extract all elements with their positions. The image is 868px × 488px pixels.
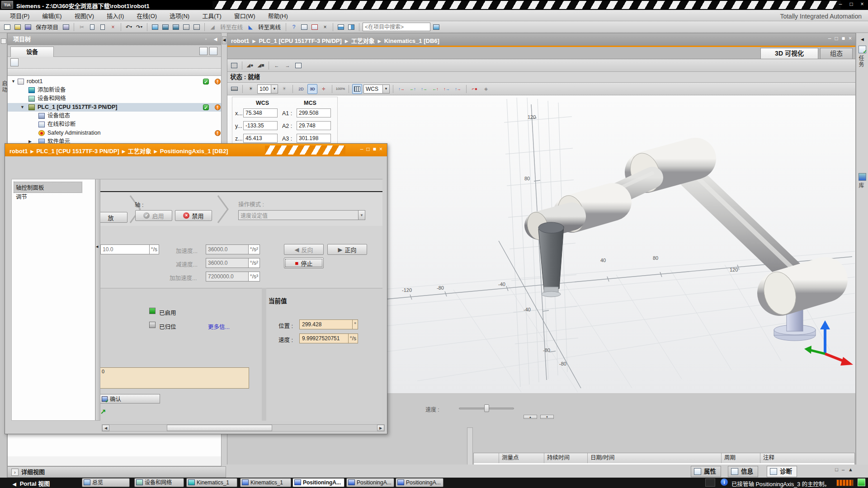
mcs-a3-field[interactable]: 301.198 — [297, 134, 331, 143]
paste-icon[interactable] — [98, 23, 107, 32]
zoom-combo[interactable]: 100▼ — [257, 84, 278, 94]
brightness-icon[interactable]: ☀ — [246, 84, 256, 94]
menu-online[interactable]: 在线(O) — [131, 10, 162, 21]
minimize-button[interactable]: – — [836, 1, 844, 7]
axis-maximize-icon[interactable]: ■ — [373, 146, 376, 152]
menu-options[interactable]: 选项(N) — [164, 10, 195, 21]
view-2d-icon[interactable]: 2D — [296, 84, 306, 94]
record-stop-icon[interactable]: ◢■ — [256, 61, 266, 70]
print-icon[interactable] — [61, 23, 71, 32]
tree-view-table-icon[interactable] — [199, 47, 208, 55]
speed-slider-thumb[interactable] — [484, 404, 489, 412]
stop-button[interactable]: ■停止 — [284, 258, 324, 268]
mcs-a2-field[interactable]: 29.748 — [297, 121, 331, 130]
window-titlebar[interactable]: TIA Siemens - Z:\D\360安全浏览器下载\robot1\rob… — [0, 0, 868, 10]
menu-tools[interactable]: 工具(T) — [197, 10, 227, 21]
crumb-project[interactable]: robot1 — [231, 38, 249, 44]
tree-view-list-icon[interactable] — [209, 47, 217, 55]
camera-icon[interactable] — [229, 84, 239, 94]
tab-libraries[interactable]: 库 — [857, 172, 868, 189]
taskbar-positioning-axis-1[interactable]: PositioningA... — [292, 478, 344, 487]
menu-edit[interactable]: 编辑(E) — [37, 10, 67, 21]
forward-button[interactable]: ▶正向 — [327, 244, 367, 255]
tab-devices[interactable]: 设备 — [10, 47, 54, 57]
view-xz-icon[interactable]: ←↑ — [408, 84, 418, 94]
col-datetime[interactable]: 日期/时间 — [588, 453, 722, 463]
splitter-down-icon[interactable]: ▼ — [540, 415, 554, 419]
tree-collapse-icon[interactable]: ◀ — [212, 35, 219, 43]
crumb-kinematics[interactable]: Kinematics_1 [DB6] — [384, 38, 439, 44]
velocity-input[interactable]: 10.0°/s — [100, 244, 159, 254]
view-yz-icon[interactable]: ←↑ — [430, 84, 440, 94]
export-trace-icon[interactable] — [293, 61, 303, 70]
tab-3d-visualization[interactable]: 3D 可视化 — [760, 48, 818, 59]
enable-button[interactable]: ✓启用 — [135, 210, 172, 221]
acknowledge-button[interactable]: 确认 — [100, 394, 160, 404]
col-duration[interactable]: 持续时间 — [544, 453, 588, 463]
undo-icon[interactable]: ↶▾ — [124, 23, 133, 32]
crumb-tech-objects[interactable]: 工艺对象 — [351, 38, 375, 44]
more-info-link[interactable]: 更多信... — [208, 322, 230, 331]
view-zy-icon[interactable]: ↑→ — [419, 84, 429, 94]
menu-project[interactable]: 项目(P) — [5, 10, 35, 21]
window-split-icon[interactable] — [300, 23, 309, 32]
tree-row-safety-admin[interactable]: Safety Administration ! — [8, 129, 221, 137]
axis-nav-splitter[interactable]: ◀ — [95, 179, 100, 421]
step-forward-icon[interactable]: → — [283, 61, 292, 70]
axis-window-titlebar[interactable]: robot1▶PLC_1 [CPU 1517TF-3 PN/DP]▶工艺对象▶P… — [5, 144, 387, 156]
tree-pin-icon[interactable]: ▫ — [202, 35, 210, 43]
redo-icon[interactable]: ↷▾ — [135, 23, 144, 32]
wcs-x-field[interactable]: 75.348 — [243, 108, 278, 117]
start-cpu-icon[interactable] — [182, 23, 191, 32]
crumb-plc[interactable]: PLC_1 [CPU 1517TF-3 PN/DP] — [36, 148, 119, 155]
operating-mode-select[interactable]: 速度设定值 ▼ — [238, 210, 365, 220]
axis-control-window[interactable]: robot1▶PLC_1 [CPU 1517TF-3 PN/DP]▶工艺对象▶P… — [5, 143, 387, 434]
upload-icon[interactable] — [171, 23, 180, 32]
scroll-thumb[interactable] — [167, 425, 272, 431]
editor-maximize-icon[interactable]: ■ — [842, 35, 845, 42]
axis-hscrollbar[interactable]: ◀ ▶ — [102, 424, 385, 432]
acceleration-input[interactable]: 36000.0°/s² — [206, 244, 260, 254]
tree-row-device-config[interactable]: 设备组态 — [8, 112, 221, 120]
split-vertical-icon[interactable] — [347, 23, 356, 32]
go-online-button[interactable]: 转至在线 — [218, 23, 245, 31]
expander-icon[interactable]: ▼ — [20, 103, 24, 112]
tree-row-plc1[interactable]: ▼ PLC_1 [CPU 1517TF-3 PN/DP] ✓ ! — [8, 103, 221, 112]
window-split2-icon[interactable] — [310, 23, 319, 32]
tree-row-online-diagnostics[interactable]: 在线和诊断 — [8, 120, 221, 129]
maximize-button[interactable]: □ — [847, 1, 855, 7]
taskbar-positioning-axis-2[interactable]: PositioningA... — [346, 478, 394, 487]
portal-view-button[interactable]: ◀Portal 视图 — [13, 479, 50, 488]
taskbar-kinematics-3d[interactable]: Kinematics_1 — [186, 478, 237, 487]
nav-collapse-icon[interactable]: ◀ — [96, 245, 98, 249]
menu-help[interactable]: 帮助(H) — [263, 10, 293, 21]
col-comment[interactable]: 注释 — [760, 453, 854, 463]
project-search-input[interactable] — [363, 23, 430, 31]
record-point-icon[interactable]: ◢● — [245, 61, 255, 70]
delete-icon[interactable]: × — [108, 23, 118, 32]
coordinate-system-combo[interactable]: WCS▼ — [363, 84, 390, 94]
diagnostics-icon[interactable]: ? — [289, 23, 298, 32]
status-doc-icon[interactable] — [705, 479, 715, 487]
scroll-right-icon[interactable]: ▶ — [377, 425, 384, 431]
crumb-project[interactable]: robot1 — [9, 148, 28, 155]
remove-split-icon[interactable]: × — [321, 23, 330, 32]
menu-window[interactable]: 窗口(W) — [229, 10, 261, 21]
tab-tasks[interactable]: ✓ 任务 — [857, 45, 868, 68]
open-project-icon[interactable] — [13, 23, 22, 32]
close-button[interactable]: × — [858, 1, 866, 7]
tree-row-robot1[interactable]: ▼ robot1 ✓ ! — [8, 77, 221, 86]
view-yx-icon[interactable]: ↑→ — [442, 84, 452, 94]
col-cycle[interactable]: 周期 — [722, 453, 760, 463]
view-zx-icon[interactable]: ↑→ — [396, 84, 406, 94]
go-offline-button[interactable]: 转至离线 — [256, 23, 283, 31]
save-icon[interactable] — [24, 23, 33, 32]
editor-restore-icon[interactable]: □ — [835, 35, 838, 42]
right-strip-collapse[interactable]: ◀ — [857, 36, 868, 42]
taskbar-devices-networks[interactable]: 设备和网络 — [134, 478, 184, 487]
axis-restore-icon[interactable]: □ — [366, 146, 369, 152]
detail-view-expand-icon[interactable]: › — [11, 469, 19, 476]
compile-icon[interactable] — [151, 23, 160, 32]
crumb-tech-objects[interactable]: 工艺对象 — [128, 148, 151, 155]
crumb-plc[interactable]: PLC_1 [CPU 1517TF-3 PN/DP] — [259, 38, 342, 44]
